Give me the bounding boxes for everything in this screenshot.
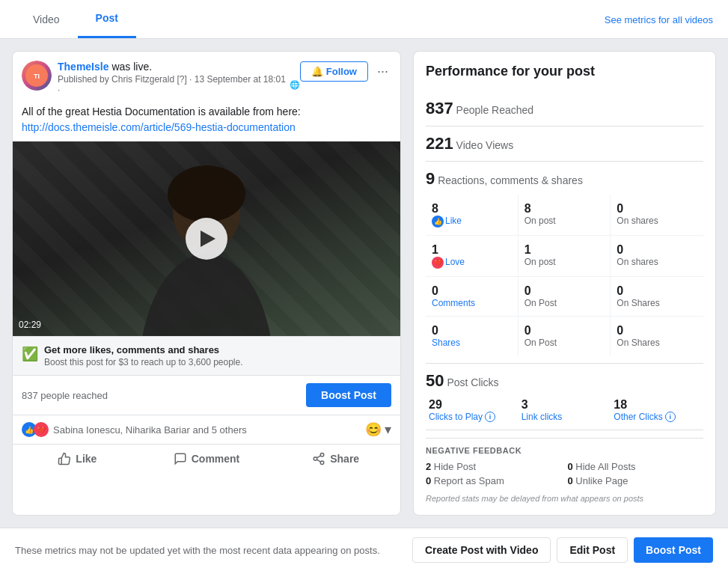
reactions-grid: 8 👍Like 8 On post 0 On shares <box>426 195 703 355</box>
post-clicks-stat: 50 Post Clicks 29 Clicks to Play i 3 Lin… <box>426 364 703 430</box>
clicks-to-play-info-icon[interactable]: i <box>485 412 495 422</box>
love-on-shares-cell: 0 On shares <box>611 236 703 277</box>
post-card: TI ThemeIsle was live. Published by Chri… <box>12 51 401 516</box>
reached-bar: 837 people reached Boost Post <box>13 375 400 415</box>
reactions-label: Reactions, comments & shares <box>438 174 583 186</box>
hide-post-item: 2 Hide Post <box>426 461 562 472</box>
main-container: Video Post See metrics for all videos TI <box>0 0 728 571</box>
svg-line-8 <box>317 459 321 462</box>
edit-post-button[interactable]: Edit Post <box>557 537 628 563</box>
love-small-icon: ❤️ <box>432 257 444 269</box>
comments-cell: 0 Comments <box>426 277 519 317</box>
svg-point-2 <box>139 254 274 336</box>
svg-point-5 <box>320 454 324 457</box>
create-post-with-video-button[interactable]: Create Post with Video <box>412 537 551 563</box>
love-count-cell: 1 ❤️Love <box>426 236 519 277</box>
negative-feedback-section: NEGATIVE FEEDBACK 2 Hide Post 0 Hide All… <box>426 438 703 503</box>
tab-video[interactable]: Video <box>15 1 78 37</box>
negative-feedback-title: NEGATIVE FEEDBACK <box>426 446 703 455</box>
boost-title: Get more likes, comments and shares <box>44 344 391 355</box>
stats-note: Reported stats may be delayed from what … <box>426 494 703 503</box>
video-container[interactable]: 02:29 <box>13 141 400 336</box>
tabs-bar: Video Post See metrics for all videos <box>0 0 728 39</box>
shares-on-shares-cell: 0 On Shares <box>611 317 703 355</box>
bottom-bar: These metrics may not be updated yet wit… <box>0 528 728 571</box>
svg-text:TI: TI <box>34 73 40 80</box>
globe-icon: 🌐 <box>290 80 300 90</box>
boost-banner: ✅ Get more likes, comments and shares Bo… <box>13 336 400 375</box>
link-clicks-cell: 3 Link clicks <box>519 394 611 427</box>
clicks-to-play-num: 29 <box>429 398 516 412</box>
post-link[interactable]: http://docs.themeisle.com/article/569-he… <box>22 121 296 133</box>
reaction-names: Sabina Ionescu, Niharika Bariar and 5 ot… <box>53 424 247 436</box>
play-button[interactable] <box>186 218 227 260</box>
performance-title: Performance for your post <box>426 64 703 79</box>
link-clicks-num: 3 <box>521 398 608 412</box>
content-area: TI ThemeIsle was live. Published by Chri… <box>0 39 728 528</box>
reactions-row: 👍 ❤️ Sabina Ionescu, Niharika Bariar and… <box>13 415 400 444</box>
like-on-shares-cell: 0 On shares <box>611 195 703 236</box>
reached-count: 837 people reached <box>22 390 108 401</box>
performance-panel: Performance for your post 837 People Rea… <box>413 51 716 516</box>
comments-on-shares-cell: 0 On Shares <box>611 277 703 317</box>
checkmark-icon: ✅ <box>22 346 38 362</box>
follow-button[interactable]: 🔔 Follow <box>300 61 368 82</box>
shares-cell: 0 Shares <box>426 317 519 355</box>
video-duration: 02:29 <box>19 320 41 330</box>
video-views-stat: 221 Video Views <box>426 126 703 162</box>
video-thumbnail: 02:29 <box>13 141 400 336</box>
clicks-to-play-cell: 29 Clicks to Play i <box>426 394 519 427</box>
link-clicks-label: Link clicks <box>521 412 608 422</box>
other-clicks-info-icon[interactable]: i <box>665 412 676 422</box>
bottom-note: These metrics may not be updated yet wit… <box>15 545 412 556</box>
like-small-icon: 👍 <box>432 216 444 228</box>
report-spam-item: 0 Report as Spam <box>426 475 562 486</box>
reaction-icons: 👍 ❤️ <box>22 422 49 437</box>
boost-post-bottom-button[interactable]: Boost Post <box>634 537 713 563</box>
author-status: was live. <box>111 61 152 73</box>
share-action-button[interactable]: Share <box>271 445 400 473</box>
video-views-label: Video Views <box>456 139 514 151</box>
see-metrics-link[interactable]: See metrics for all videos <box>605 13 713 25</box>
reactions-num: 9 <box>426 169 435 188</box>
like-action-button[interactable]: Like <box>13 445 142 473</box>
svg-point-6 <box>313 457 317 461</box>
unlike-page-item: 0 Unlike Page <box>568 475 704 486</box>
post-clicks-label: Post Clicks <box>447 376 498 388</box>
reactions-stat: 9 Reactions, comments & shares 8 👍Like 8… <box>426 162 703 364</box>
post-meta: Published by Chris Fitzgerald [?] · 13 S… <box>58 74 300 95</box>
svg-point-4 <box>168 165 245 222</box>
post-clicks-num: 50 <box>426 371 444 390</box>
like-on-post-cell: 8 On post <box>519 195 611 236</box>
love-reaction-icon: ❤️ <box>34 422 49 437</box>
avatar: TI <box>22 61 52 91</box>
like-count-cell: 8 👍Like <box>426 195 519 236</box>
boost-post-button[interactable]: Boost Post <box>306 383 391 407</box>
tab-post[interactable]: Post <box>78 0 136 38</box>
love-on-post-cell: 1 On post <box>519 236 611 277</box>
post-header: TI ThemeIsle was live. Published by Chri… <box>13 52 400 101</box>
emoji-picker-icon[interactable]: 😊 <box>365 421 382 438</box>
other-clicks-cell: 18 Other Clicks i <box>611 394 703 427</box>
comments-on-post-cell: 0 On Post <box>519 277 611 317</box>
comment-action-button[interactable]: Comment <box>142 445 272 473</box>
post-body: All of the great Hestia Documentation is… <box>13 101 400 141</box>
video-views-num: 221 <box>426 134 453 153</box>
svg-line-9 <box>317 456 321 458</box>
other-clicks-num: 18 <box>614 398 700 412</box>
people-reached-stat: 837 People Reached <box>426 91 703 126</box>
negative-feedback-grid: 2 Hide Post 0 Hide All Posts 0 Report as… <box>426 461 703 486</box>
people-reached-label: People Reached <box>456 104 534 116</box>
clicks-to-play-label: Clicks to Play i <box>429 412 516 422</box>
shares-on-post-cell: 0 On Post <box>519 317 611 355</box>
other-clicks-label: Other Clicks i <box>614 412 700 422</box>
clicks-detail: 29 Clicks to Play i 3 Link clicks 18 <box>426 394 703 427</box>
svg-point-7 <box>320 461 324 465</box>
action-bar: Like Comment Share <box>13 444 400 473</box>
author-name[interactable]: ThemeIsle <box>58 61 108 73</box>
bell-icon: 🔔 <box>311 66 323 77</box>
more-options-button[interactable]: ··· <box>374 61 391 82</box>
chevron-down-icon[interactable]: ▾ <box>385 421 391 438</box>
boost-subtitle: Boost this post for $3 to reach up to 3,… <box>44 357 391 367</box>
hide-all-posts-item: 0 Hide All Posts <box>568 461 704 472</box>
